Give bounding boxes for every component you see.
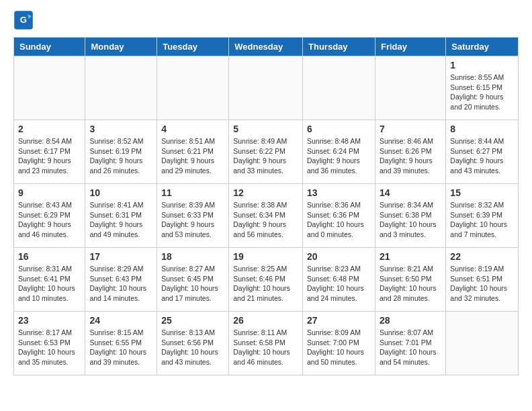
week-row-2: 2Sunrise: 8:54 AM Sunset: 6:17 PM Daylig… xyxy=(14,120,519,184)
day-cell: 9Sunrise: 8:43 AM Sunset: 6:29 PM Daylig… xyxy=(14,184,85,248)
logo: G xyxy=(13,10,36,30)
day-info: Sunrise: 8:38 AM Sunset: 6:34 PM Dayligh… xyxy=(233,200,298,240)
day-number: 15 xyxy=(450,187,514,198)
day-number: 18 xyxy=(161,251,224,262)
week-row-4: 16Sunrise: 8:31 AM Sunset: 6:41 PM Dayli… xyxy=(14,248,519,312)
day-number: 20 xyxy=(307,251,371,262)
day-cell: 11Sunrise: 8:39 AM Sunset: 6:33 PM Dayli… xyxy=(157,184,229,248)
day-number: 9 xyxy=(18,187,81,198)
day-cell xyxy=(14,56,85,120)
day-cell: 25Sunrise: 8:13 AM Sunset: 6:56 PM Dayli… xyxy=(157,312,229,375)
day-cell: 23Sunrise: 8:17 AM Sunset: 6:53 PM Dayli… xyxy=(14,312,85,375)
day-info: Sunrise: 8:48 AM Sunset: 6:24 PM Dayligh… xyxy=(307,136,371,176)
day-number: 21 xyxy=(380,251,441,262)
day-cell: 5Sunrise: 8:49 AM Sunset: 6:22 PM Daylig… xyxy=(229,120,303,184)
day-number: 13 xyxy=(307,187,371,198)
day-info: Sunrise: 8:07 AM Sunset: 7:01 PM Dayligh… xyxy=(380,328,441,367)
day-cell: 19Sunrise: 8:25 AM Sunset: 6:46 PM Dayli… xyxy=(229,248,303,312)
day-number: 2 xyxy=(18,124,81,134)
day-info: Sunrise: 8:44 AM Sunset: 6:27 PM Dayligh… xyxy=(450,136,514,176)
day-info: Sunrise: 8:55 AM Sunset: 6:15 PM Dayligh… xyxy=(450,73,514,112)
day-cell xyxy=(85,56,157,120)
day-number: 28 xyxy=(380,315,441,326)
day-info: Sunrise: 8:09 AM Sunset: 7:00 PM Dayligh… xyxy=(307,328,371,367)
day-cell xyxy=(229,56,303,120)
page: G SundayMondayTuesdayWednesdayThursdayFr… xyxy=(0,0,532,385)
week-row-3: 9Sunrise: 8:43 AM Sunset: 6:29 PM Daylig… xyxy=(14,184,519,248)
day-number: 7 xyxy=(380,124,441,134)
day-number: 12 xyxy=(233,187,298,198)
day-cell: 20Sunrise: 8:23 AM Sunset: 6:48 PM Dayli… xyxy=(303,248,375,312)
weekday-sunday: Sunday xyxy=(14,38,85,56)
day-number: 26 xyxy=(233,315,298,326)
header: G xyxy=(13,10,519,30)
day-info: Sunrise: 8:52 AM Sunset: 6:19 PM Dayligh… xyxy=(89,136,152,176)
day-number: 4 xyxy=(161,124,224,134)
day-cell: 28Sunrise: 8:07 AM Sunset: 7:01 PM Dayli… xyxy=(375,312,445,375)
day-cell: 16Sunrise: 8:31 AM Sunset: 6:41 PM Dayli… xyxy=(14,248,85,312)
day-info: Sunrise: 8:39 AM Sunset: 6:33 PM Dayligh… xyxy=(161,200,224,240)
day-number: 6 xyxy=(307,124,371,134)
calendar: SundayMondayTuesdayWednesdayThursdayFrid… xyxy=(13,37,519,375)
day-info: Sunrise: 8:17 AM Sunset: 6:53 PM Dayligh… xyxy=(18,328,81,367)
day-info: Sunrise: 8:11 AM Sunset: 6:58 PM Dayligh… xyxy=(233,328,298,367)
day-cell: 15Sunrise: 8:32 AM Sunset: 6:39 PM Dayli… xyxy=(446,184,519,248)
day-info: Sunrise: 8:31 AM Sunset: 6:41 PM Dayligh… xyxy=(18,264,81,304)
day-cell xyxy=(157,56,229,120)
day-number: 8 xyxy=(450,124,514,134)
day-cell xyxy=(303,56,375,120)
day-cell: 21Sunrise: 8:21 AM Sunset: 6:50 PM Dayli… xyxy=(375,248,445,312)
day-cell: 13Sunrise: 8:36 AM Sunset: 6:36 PM Dayli… xyxy=(303,184,375,248)
day-cell: 2Sunrise: 8:54 AM Sunset: 6:17 PM Daylig… xyxy=(14,120,85,184)
day-cell: 22Sunrise: 8:19 AM Sunset: 6:51 PM Dayli… xyxy=(446,248,519,312)
day-info: Sunrise: 8:46 AM Sunset: 6:26 PM Dayligh… xyxy=(380,136,441,176)
day-info: Sunrise: 8:25 AM Sunset: 6:46 PM Dayligh… xyxy=(233,264,298,304)
weekday-monday: Monday xyxy=(85,38,157,56)
day-cell: 8Sunrise: 8:44 AM Sunset: 6:27 PM Daylig… xyxy=(446,120,519,184)
weekday-thursday: Thursday xyxy=(303,38,375,56)
day-cell: 10Sunrise: 8:41 AM Sunset: 6:31 PM Dayli… xyxy=(85,184,157,248)
day-info: Sunrise: 8:21 AM Sunset: 6:50 PM Dayligh… xyxy=(380,264,441,304)
day-cell: 26Sunrise: 8:11 AM Sunset: 6:58 PM Dayli… xyxy=(229,312,303,375)
day-info: Sunrise: 8:15 AM Sunset: 6:55 PM Dayligh… xyxy=(89,328,152,367)
day-cell: 18Sunrise: 8:27 AM Sunset: 6:45 PM Dayli… xyxy=(157,248,229,312)
day-cell xyxy=(446,312,519,375)
day-info: Sunrise: 8:19 AM Sunset: 6:51 PM Dayligh… xyxy=(450,264,514,304)
day-number: 11 xyxy=(161,187,224,198)
day-info: Sunrise: 8:34 AM Sunset: 6:38 PM Dayligh… xyxy=(380,200,441,240)
day-number: 3 xyxy=(89,124,152,134)
day-cell: 17Sunrise: 8:29 AM Sunset: 6:43 PM Dayli… xyxy=(85,248,157,312)
weekday-header-row: SundayMondayTuesdayWednesdayThursdayFrid… xyxy=(14,38,519,56)
day-cell: 24Sunrise: 8:15 AM Sunset: 6:55 PM Dayli… xyxy=(85,312,157,375)
day-info: Sunrise: 8:32 AM Sunset: 6:39 PM Dayligh… xyxy=(450,200,514,240)
day-info: Sunrise: 8:51 AM Sunset: 6:21 PM Dayligh… xyxy=(161,136,224,176)
weekday-saturday: Saturday xyxy=(446,38,519,56)
day-number: 14 xyxy=(380,187,441,198)
day-number: 25 xyxy=(161,315,224,326)
week-row-5: 23Sunrise: 8:17 AM Sunset: 6:53 PM Dayli… xyxy=(14,312,519,375)
day-cell: 6Sunrise: 8:48 AM Sunset: 6:24 PM Daylig… xyxy=(303,120,375,184)
day-info: Sunrise: 8:27 AM Sunset: 6:45 PM Dayligh… xyxy=(161,264,224,304)
day-cell: 27Sunrise: 8:09 AM Sunset: 7:00 PM Dayli… xyxy=(303,312,375,375)
weekday-wednesday: Wednesday xyxy=(229,38,303,56)
day-cell: 12Sunrise: 8:38 AM Sunset: 6:34 PM Dayli… xyxy=(229,184,303,248)
weekday-friday: Friday xyxy=(375,38,445,56)
day-cell: 14Sunrise: 8:34 AM Sunset: 6:38 PM Dayli… xyxy=(375,184,445,248)
day-number: 10 xyxy=(89,187,152,198)
day-info: Sunrise: 8:41 AM Sunset: 6:31 PM Dayligh… xyxy=(89,200,152,240)
day-number: 17 xyxy=(89,251,152,262)
week-row-1: 1Sunrise: 8:55 AM Sunset: 6:15 PM Daylig… xyxy=(14,56,519,120)
day-number: 24 xyxy=(89,315,152,326)
day-number: 5 xyxy=(233,124,298,134)
day-cell: 4Sunrise: 8:51 AM Sunset: 6:21 PM Daylig… xyxy=(157,120,229,184)
day-number: 1 xyxy=(450,60,514,71)
day-info: Sunrise: 8:29 AM Sunset: 6:43 PM Dayligh… xyxy=(89,264,152,304)
day-info: Sunrise: 8:49 AM Sunset: 6:22 PM Dayligh… xyxy=(233,136,298,176)
logo-icon: G xyxy=(13,10,34,30)
day-number: 19 xyxy=(233,251,298,262)
day-cell: 1Sunrise: 8:55 AM Sunset: 6:15 PM Daylig… xyxy=(446,56,519,120)
day-cell xyxy=(375,56,445,120)
day-number: 16 xyxy=(18,251,81,262)
day-number: 27 xyxy=(307,315,371,326)
day-number: 22 xyxy=(450,251,514,262)
